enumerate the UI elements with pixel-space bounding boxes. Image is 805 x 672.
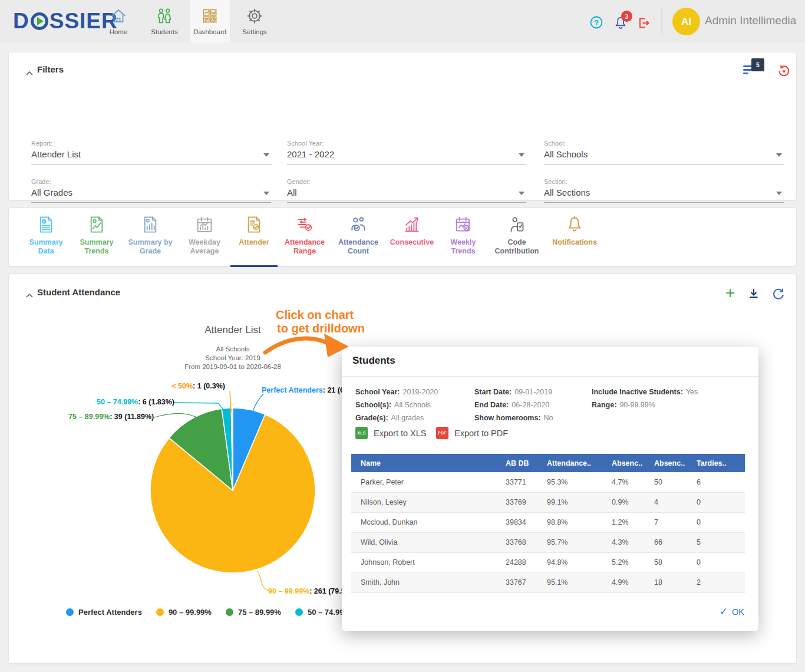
notification-count-badge: 3 [621, 11, 632, 22]
filters-panel: Filters 5 Report: Attender List School Y… [8, 52, 797, 200]
filter-grade-select[interactable]: Grade: All Grades [31, 178, 271, 203]
logout-icon[interactable] [637, 16, 651, 32]
tab-code-contribution[interactable]: Code Contribution [487, 208, 546, 267]
pie-callout-50-74-99-: 50 – 74.99%: 6 (1.83%) [97, 398, 174, 406]
tab-attendance-count[interactable]: Attendance Count [332, 208, 385, 267]
pdf-file-icon: PDF [436, 427, 448, 439]
cell: 4.3% [612, 532, 654, 552]
filter-gender-select[interactable]: Gender: All [287, 178, 526, 203]
export-xls-button[interactable]: XLS Export to XLS [355, 427, 426, 439]
legend-item-perfect-attenders[interactable]: Perfect Attenders [66, 608, 142, 617]
legend-item-90-99-99-[interactable]: 90 – 99.99% [156, 608, 212, 617]
notifications-bell-icon[interactable]: 3 [613, 15, 628, 33]
tab-consecutive[interactable]: Consecutive [385, 208, 439, 267]
nav-home[interactable]: Home [101, 0, 136, 42]
cell: 39834 [506, 512, 547, 532]
nav-label: Students [151, 28, 177, 35]
nav-dashboard[interactable]: Dashboard [190, 0, 230, 42]
chart-subtitle-schools: All Schools [118, 345, 348, 353]
detail-showhomerooms: Show homerooms:No [474, 411, 553, 424]
cell: 33768 [506, 532, 547, 552]
cell: 33767 [506, 572, 547, 592]
filter-section-select[interactable]: Section: All Sections [544, 178, 784, 203]
user-avatar[interactable]: AI [672, 8, 700, 35]
nav-students[interactable]: Students [144, 0, 185, 42]
cell: 94.8% [547, 552, 612, 572]
col-header-abdb[interactable]: AB DB [506, 454, 547, 472]
user-name[interactable]: Admin Intellimedia [705, 14, 796, 27]
consecutive-icon [402, 215, 421, 236]
col-header-absenc[interactable]: Absenc.. [612, 454, 654, 472]
table-row-parker-peter: Parker, Peter3377195.3%4.7%506 [351, 472, 745, 492]
filter-schoolyear-select[interactable]: School Year: 2021 - 2022 [287, 140, 526, 164]
collapse-attendance-icon[interactable] [25, 290, 34, 301]
cell: Parker, Peter [351, 472, 506, 492]
legend-dot [66, 608, 74, 616]
filter-icon[interactable]: 5 [743, 65, 757, 76]
legend-item-75-89-99-[interactable]: 75 – 89.99% [226, 608, 281, 617]
filter-value: 2021 - 2022 [287, 149, 526, 159]
cell: 99.1% [547, 492, 612, 512]
refresh-icon[interactable] [771, 287, 786, 304]
cell: 4 [654, 492, 697, 512]
chevron-down-icon [776, 153, 782, 157]
attender-pie-chart[interactable] [148, 406, 318, 575]
tab-weekday-average[interactable]: Weekday Average [179, 208, 230, 267]
cell: 98.8% [547, 512, 612, 532]
filter-label: Grade: [31, 178, 271, 185]
detail-schoolyear: School Year:2019-2020 [355, 386, 438, 398]
filter-report-select[interactable]: Report: Attender List [31, 140, 271, 164]
ok-label: OK [732, 607, 744, 617]
filter-label: School: [544, 140, 784, 147]
summary-data-icon [37, 215, 55, 236]
table-row-smith-john: Smith, John3376795.1%4.9%182 [351, 572, 745, 592]
col-header-tardies[interactable]: Tardies.. [697, 454, 745, 472]
col-header-attendance[interactable]: Attendance.. [547, 454, 612, 472]
cell: 58 [654, 552, 697, 572]
cell: Smith, John [351, 572, 506, 592]
chart-subtitle-year: School Year: 2019 [118, 354, 348, 361]
ok-button[interactable]: ✓ OK [720, 605, 744, 618]
filter-school-select[interactable]: School: All Schools [544, 140, 784, 164]
tab-summary-by-grade[interactable]: Summary by Grade [122, 208, 179, 267]
svg-text:?: ? [594, 18, 599, 27]
tab-summary-data[interactable]: Summary Data [21, 208, 71, 267]
legend-dot [156, 608, 164, 616]
tab-label: Consecutive [390, 238, 434, 247]
tab-label: Weekday Average [179, 238, 230, 256]
export-pdf-label: Export to PDF [454, 429, 508, 438]
weekly-trends-icon [454, 215, 473, 236]
weekday-average-icon [195, 215, 214, 236]
export-xls-label: Export to XLS [374, 429, 426, 438]
tab-notifications[interactable]: Notifications [546, 208, 603, 267]
summary-by-grade-icon [141, 215, 160, 236]
tab-label: Attender [239, 238, 269, 247]
col-header-absenc[interactable]: Absenc.. [654, 454, 697, 472]
table-row-wild-olivia: Wild, Olivia3376895.7%4.3%665 [351, 532, 745, 552]
download-icon[interactable] [747, 287, 761, 304]
dashboard-icon [201, 7, 219, 27]
nav-settings[interactable]: Settings [236, 0, 273, 42]
annotation-line2: to get drilldown [277, 322, 365, 335]
summary-trends-icon [87, 215, 106, 236]
filter-value: All Sections [544, 187, 784, 197]
export-pdf-button[interactable]: PDF Export to PDF [436, 427, 508, 439]
tab-attender[interactable]: Attender [230, 208, 278, 267]
col-header-name[interactable]: Name [351, 454, 506, 472]
tab-attendance-range[interactable]: Attendance Range [278, 208, 332, 267]
cell: 33769 [506, 492, 547, 512]
help-icon[interactable]: ? [589, 15, 603, 32]
reset-filters-icon[interactable] [777, 64, 791, 81]
tab-weekly-trends[interactable]: Weekly Trends [439, 208, 487, 267]
tab-summary-trends[interactable]: Summary Trends [71, 208, 122, 267]
detail-range: Range:90-99.99% [592, 398, 698, 411]
filter-label: School Year: [287, 140, 526, 147]
cell: 0 [697, 492, 745, 512]
filter-label: Section: [544, 178, 784, 185]
cell: Mccloud, Dunkan [351, 512, 506, 532]
chart-subtitle-range: From 2019-09-01 to 2020-06-28 [118, 363, 348, 370]
tab-label: Attendance Range [278, 238, 332, 256]
cell: 50 [654, 472, 697, 492]
collapse-filters-icon[interactable] [25, 68, 34, 78]
add-icon[interactable]: + [725, 284, 735, 302]
